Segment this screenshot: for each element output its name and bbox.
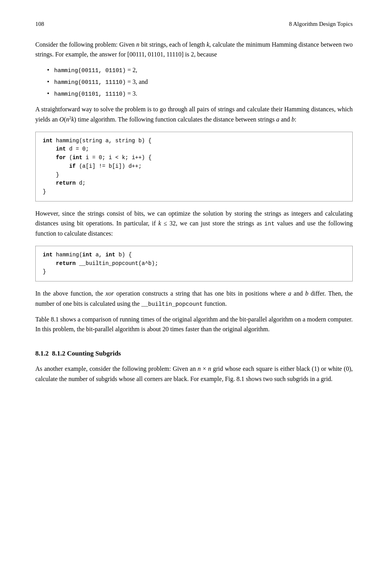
list-item: hamming(00111, 01101) = 2,: [47, 65, 353, 75]
page: 108 8 Algorithm Design Topics Consider t…: [0, 0, 388, 588]
paragraph-4: In the above function, the xor operation…: [35, 289, 353, 309]
section-number: 8.1.2: [35, 350, 49, 357]
list-item: hamming(01101, 11110) = 3.: [47, 89, 353, 99]
paragraph-5: Table 8.1 shows a comparison of running …: [35, 314, 353, 334]
section-heading-8-1-2: 8.1.2 8.1.2 Counting Subgrids: [35, 348, 353, 359]
page-header: 108 8 Algorithm Design Topics: [35, 20, 353, 29]
section-title: 8.1.2 Counting Subgrids: [52, 350, 121, 357]
page-number: 108: [35, 20, 44, 29]
paragraph-3: However, since the strings consist of bi…: [35, 209, 353, 239]
chapter-title: 8 Algorithm Design Topics: [289, 20, 353, 29]
code-block-2: int hamming(int a, int b) { return __bui…: [35, 246, 353, 281]
list-item: hamming(00111, 11110) = 3, and: [47, 77, 353, 87]
code-block-1: int hamming(string a, string b) { int d …: [35, 132, 353, 201]
paragraph-2: A straightforward way to solve the probl…: [35, 104, 353, 125]
section-paragraph: As another example, consider the followi…: [35, 364, 353, 384]
bullet-list: hamming(00111, 01101) = 2, hamming(00111…: [47, 65, 353, 99]
intro-paragraph: Consider the following problem: Given n …: [35, 40, 353, 60]
